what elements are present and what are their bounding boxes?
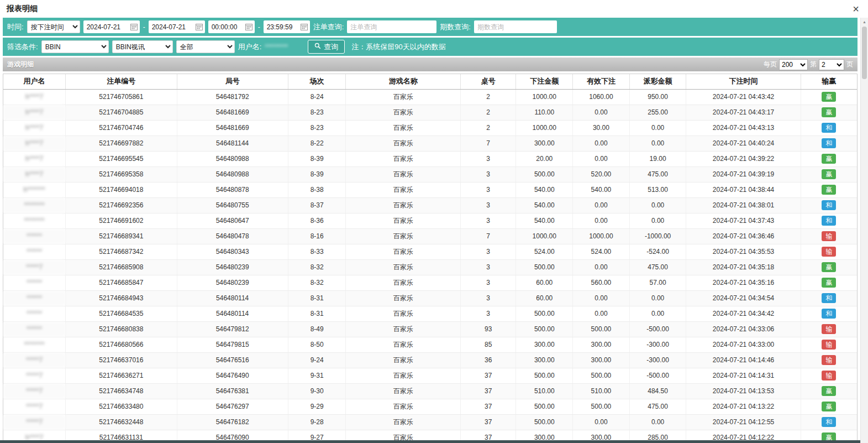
column-header-round-no: 局号 — [177, 74, 288, 89]
cell-round-no: 546476182 — [177, 414, 288, 430]
cell-bet-amount: 1000.00 — [516, 120, 573, 135]
result-badge-tie[interactable]: 和 — [822, 293, 836, 303]
cell-username: ****** — [3, 275, 66, 290]
date-from-input[interactable] — [87, 21, 129, 33]
result-badge-lose[interactable]: 输 — [822, 340, 836, 350]
column-header-session: 场次 — [288, 74, 346, 89]
result-badge-tie[interactable]: 和 — [822, 123, 836, 133]
cell-bet-time: 2024-07-21 04:34:54 — [686, 290, 801, 306]
result-badge-lose[interactable]: 输 — [822, 355, 836, 365]
result-badge-win[interactable]: 赢 — [822, 169, 836, 179]
cell-round-no: 546480478 — [177, 228, 288, 244]
result-badge-win[interactable]: 赢 — [822, 262, 836, 272]
cell-payout: 255.00 — [629, 105, 686, 120]
result-badge-tie[interactable]: 和 — [822, 216, 836, 226]
result-badge-lose[interactable]: 输 — [822, 247, 836, 257]
result-badge-win[interactable]: 赢 — [822, 432, 836, 440]
cell-game: 百家乐 — [346, 135, 460, 151]
result-badge-win[interactable]: 赢 — [822, 386, 836, 396]
date-to-input[interactable] — [152, 21, 194, 33]
cell-bet-time: 2024-07-21 04:35:18 — [686, 259, 801, 275]
result-badge-tie[interactable]: 和 — [822, 200, 836, 210]
cell-username: h****7 — [3, 105, 66, 120]
time-to-input[interactable] — [267, 21, 299, 33]
result-badge-lose[interactable]: 输 — [822, 231, 836, 241]
cell-payout: 0.00 — [629, 120, 686, 135]
result-badge-win[interactable]: 赢 — [822, 154, 836, 164]
result-badge-lose[interactable]: 输 — [822, 371, 836, 381]
result-badge-win[interactable]: 赢 — [822, 92, 836, 102]
result-badge-tie[interactable]: 和 — [822, 309, 836, 319]
calendar-icon[interactable] — [245, 23, 252, 30]
cell-bet-no: 521746634748 — [66, 383, 177, 399]
cell-bet-amount: 500.00 — [516, 414, 573, 430]
time-from-input[interactable] — [212, 21, 244, 33]
cell-payout: -500.00 — [629, 321, 686, 337]
result-badge-win[interactable]: 赢 — [822, 185, 836, 195]
column-header-payout: 派彩金额 — [629, 74, 686, 89]
cell-payout: 285.00 — [629, 430, 686, 440]
cell-bet-time: 2024-07-21 04:38:44 — [686, 182, 801, 197]
cell-bet-amount: 524.00 — [516, 244, 573, 259]
cell-result: 输 — [801, 337, 857, 352]
vertical-scrollbar[interactable]: ▲ — [860, 18, 868, 443]
table-row: h****75217467058615464817928-24百家乐21000.… — [3, 89, 857, 105]
platform-select[interactable]: BBIN视讯 — [112, 40, 173, 53]
page-select[interactable]: 2 — [819, 59, 844, 70]
vendor-select[interactable]: BBIN — [41, 40, 109, 53]
search-icon — [314, 43, 321, 51]
calendar-icon[interactable] — [130, 23, 138, 30]
cell-table-no: 3 — [460, 275, 516, 290]
scope-select[interactable]: 全部 — [176, 40, 235, 53]
cell-username: h****7 — [3, 135, 66, 151]
cell-table-no: 37 — [460, 383, 516, 399]
cell-bet-amount: 300.00 — [516, 135, 573, 151]
cell-game: 百家乐 — [346, 383, 460, 399]
table-row: h****75217466955455464809888-39百家乐320.00… — [3, 151, 857, 166]
cell-bet-no: 521746636271 — [66, 368, 177, 383]
cell-bet-no: 521746684943 — [66, 290, 177, 306]
result-badge-tie[interactable]: 和 — [822, 138, 836, 148]
cell-username: *****7 — [3, 259, 66, 275]
cell-bet-amount: 500.00 — [516, 321, 573, 337]
table-row: h****75217466311315464760909-27百家乐37300.… — [3, 430, 857, 440]
time-type-select[interactable]: 按下注时间 — [27, 20, 80, 33]
cell-bet-no: 521746695545 — [66, 151, 177, 166]
result-badge-win[interactable]: 赢 — [822, 402, 836, 411]
bet-query-input[interactable] — [347, 20, 436, 33]
cell-bet-time: 2024-07-21 04:12:22 — [686, 430, 801, 440]
scroll-up-icon[interactable]: ▲ — [861, 18, 868, 25]
cell-result: 和 — [801, 197, 857, 213]
time-range-separator: - — [258, 23, 260, 31]
cell-payout: 0.00 — [629, 135, 686, 151]
date-to-wrap — [149, 20, 205, 33]
game-detail-table: 用户名 注单编号 局号 场次 游戏名称 桌号 下注金额 有效下注 派彩金额 下注… — [3, 74, 858, 440]
calendar-icon[interactable] — [196, 23, 203, 30]
period-query-input[interactable] — [474, 20, 557, 33]
cell-bet-amount: 300.00 — [516, 337, 573, 352]
per-page-select[interactable]: 200 — [779, 59, 808, 70]
calendar-icon[interactable] — [301, 23, 308, 30]
cell-round-no: 546479812 — [177, 321, 288, 337]
cell-session: 8-24 — [288, 89, 346, 105]
cell-payout: 0.00 — [629, 213, 686, 228]
cell-valid-bet: 0.00 — [573, 290, 630, 306]
result-badge-win[interactable]: 赢 — [822, 107, 836, 117]
result-badge-win[interactable]: 赢 — [822, 278, 836, 288]
cell-bet-amount: 110.00 — [516, 105, 573, 120]
search-button[interactable]: 查询 — [308, 40, 345, 54]
result-badge-tie[interactable]: 和 — [822, 417, 836, 427]
scrollbar-thumb[interactable] — [862, 27, 867, 79]
cell-username: *****7 — [3, 383, 66, 399]
cell-round-no: 546479815 — [177, 337, 288, 352]
result-badge-lose[interactable]: 输 — [822, 324, 836, 334]
cell-bet-time: 2024-07-21 04:34:42 — [686, 306, 801, 321]
close-icon[interactable]: × — [853, 3, 859, 14]
time-label: 时间: — [7, 22, 24, 32]
cell-bet-no: 521746697882 — [66, 135, 177, 151]
username-label: 用户名: — [238, 42, 262, 52]
cell-table-no: 37 — [460, 399, 516, 414]
cell-round-no: 546480878 — [177, 182, 288, 197]
cell-session: 8-22 — [288, 135, 346, 151]
cell-result: 输 — [801, 352, 857, 368]
